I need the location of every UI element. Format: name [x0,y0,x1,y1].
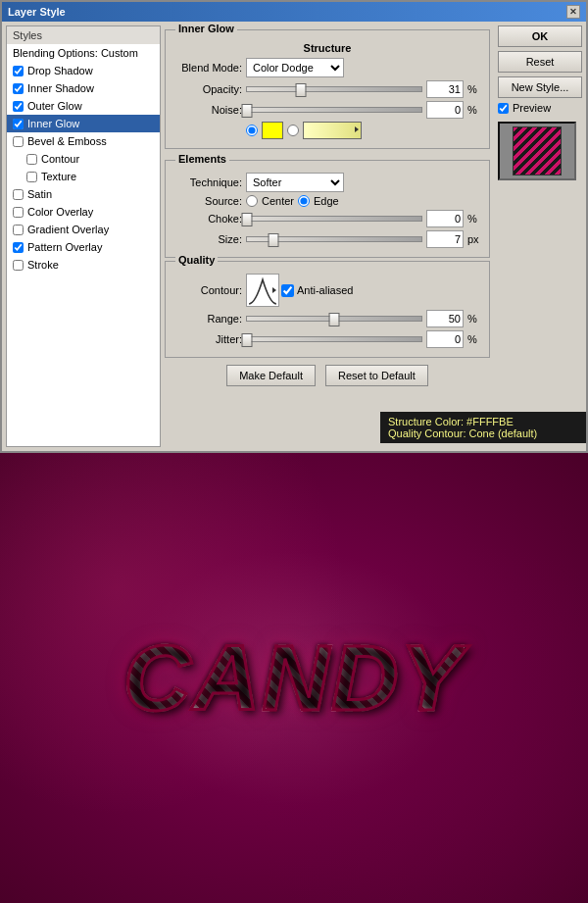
jitter-unit: % [467,333,481,345]
gradient-swatch[interactable] [303,122,362,139]
range-thumb[interactable] [329,313,340,326]
range-label: Range: [173,313,242,325]
sidebar-item-color-overlay[interactable]: Color Overlay [7,203,160,221]
section-title-elements: Elements [175,153,229,165]
preview-thumbnail [513,126,562,176]
sidebar-item-gradient-overlay[interactable]: Gradient Overlay [7,221,160,238]
preview-checkbox[interactable] [498,103,509,114]
contour-label: Contour: [173,284,242,296]
range-input[interactable] [426,310,464,327]
jitter-track [246,336,422,342]
noise-slider[interactable] [246,103,422,117]
tooltip-line1: Structure Color: #FFFFBE [388,416,578,427]
sidebar-item-inner-shadow[interactable]: Inner Shadow [7,79,160,97]
candy-text: CANDY [123,625,465,731]
noise-input[interactable] [426,101,464,119]
drop-shadow-checkbox[interactable] [13,66,24,76]
sidebar-item-contour[interactable]: Contour [7,150,160,168]
contour-row: Contour: Anti-aliased [173,274,481,307]
jitter-thumb[interactable] [242,333,253,347]
choke-row: Choke: % [173,210,481,227]
inner-glow-checkbox[interactable] [13,119,24,129]
source-center-radio[interactable] [246,195,258,207]
noise-thumb[interactable] [242,104,253,118]
choke-input[interactable] [426,210,464,227]
sidebar-item-satin[interactable]: Satin [7,185,160,203]
gradient-arrow-icon [355,126,359,132]
ok-button[interactable]: OK [498,25,582,47]
jitter-slider[interactable] [246,332,422,346]
contour-checkbox[interactable] [26,154,37,165]
tooltip-line2: Quality Contour: Cone (default) [388,427,578,439]
gradient-overlay-checkbox[interactable] [13,225,24,235]
blend-mode-row: Blend Mode: Color Dodge [173,58,481,77]
main-panel: Inner Glow Structure Blend Mode: Color D… [165,25,490,447]
new-style-button[interactable]: New Style... [498,76,582,98]
choke-unit: % [467,213,481,225]
right-buttons-panel: OK Reset New Style... Preview [494,25,582,447]
source-edge-radio[interactable] [298,195,310,207]
size-thumb[interactable] [268,233,278,247]
technique-select[interactable]: Softer [246,173,344,192]
choke-thumb[interactable] [242,213,253,226]
sidebar-item-inner-glow[interactable]: Inner Glow [7,115,160,132]
sidebar-item-outer-glow[interactable]: Outer Glow [7,97,160,115]
noise-unit: % [467,104,481,116]
source-row: Source: Center Edge [173,195,481,207]
reset-button[interactable]: Reset [498,51,582,73]
sidebar-item-drop-shadow[interactable]: Drop Shadow [7,62,160,79]
satin-checkbox[interactable] [13,189,24,200]
tooltip-box: Structure Color: #FFFFBE Quality Contour… [380,412,586,443]
sidebar-item-stroke[interactable]: Stroke [7,256,160,274]
opacity-label: Opacity: [173,83,242,95]
color-overlay-checkbox[interactable] [13,207,24,218]
section-title-inner-glow: Inner Glow [175,23,237,34]
opacity-thumb[interactable] [296,83,307,97]
stroke-checkbox[interactable] [13,260,24,271]
noise-label: Noise: [173,104,242,116]
color-swatch[interactable] [262,122,283,139]
choke-slider[interactable] [246,212,422,226]
size-slider[interactable] [246,232,422,246]
layer-style-dialog: Layer Style ✕ Styles Blending Options: C… [0,0,588,453]
close-button[interactable]: ✕ [566,5,580,19]
contour-dropdown-icon [272,287,276,293]
blend-mode-label: Blend Mode: [173,62,242,74]
range-slider[interactable] [246,312,422,326]
solid-color-radio[interactable] [246,125,258,136]
make-default-button[interactable]: Make Default [226,365,316,386]
anti-alias-checkbox[interactable] [281,284,294,297]
dialog-title: Layer Style [8,6,66,18]
sidebar-item-blending[interactable]: Blending Options: Custom [7,44,160,62]
preview-row: Preview [498,102,582,114]
texture-checkbox[interactable] [26,172,37,182]
sidebar-item-styles[interactable]: Styles [7,26,160,44]
left-panel: Styles Blending Options: Custom Drop Sha… [6,25,161,447]
jitter-input[interactable] [426,330,464,348]
size-track [246,236,422,242]
bevel-emboss-checkbox[interactable] [13,136,24,147]
section-title-quality: Quality [175,254,218,266]
technique-label: Technique: [173,176,242,188]
contour-thumbnail[interactable] [246,274,279,307]
outer-glow-checkbox[interactable] [13,101,24,112]
sidebar-item-pattern-overlay[interactable]: Pattern Overlay [7,238,160,256]
reset-to-default-button[interactable]: Reset to Default [325,365,428,386]
source-edge-label: Edge [314,195,339,207]
opacity-slider[interactable] [246,82,422,96]
size-input[interactable] [426,230,464,248]
source-center-label: Center [262,195,294,207]
opacity-track [246,86,422,92]
structure-subtitle: Structure [173,42,481,54]
sidebar-item-bevel-emboss[interactable]: Bevel & Emboss [7,132,160,150]
blend-mode-select[interactable]: Color Dodge [246,58,344,77]
inner-shadow-checkbox[interactable] [13,83,24,94]
pattern-overlay-checkbox[interactable] [13,242,24,253]
opacity-input[interactable] [426,80,464,98]
bottom-buttons: Make Default Reset to Default [165,361,490,390]
range-row: Range: % [173,310,481,327]
sidebar-item-texture[interactable]: Texture [7,168,160,185]
inner-glow-section: Inner Glow Structure Blend Mode: Color D… [165,29,490,149]
range-track [246,316,422,322]
gradient-radio[interactable] [287,125,299,136]
